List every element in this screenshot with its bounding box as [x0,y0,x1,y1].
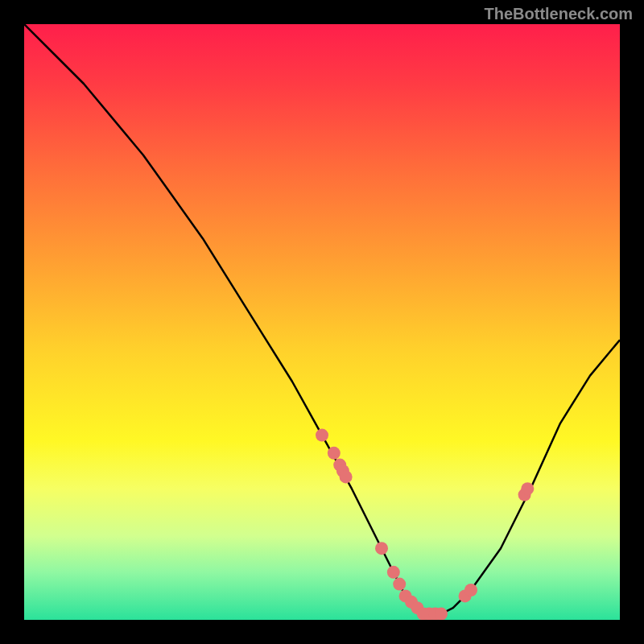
data-marker [521,482,534,495]
plot-background [24,24,620,620]
data-marker [340,470,353,483]
attribution-text: TheBottleneck.com [485,5,633,23]
data-marker [328,447,341,460]
data-marker [387,566,400,579]
data-marker [393,578,406,591]
data-marker [464,584,477,597]
chart-container: TheBottleneck.com [0,0,644,644]
bottleneck-chart [24,24,620,620]
data-marker [375,542,388,555]
data-marker [435,608,448,620]
data-marker [316,429,328,442]
